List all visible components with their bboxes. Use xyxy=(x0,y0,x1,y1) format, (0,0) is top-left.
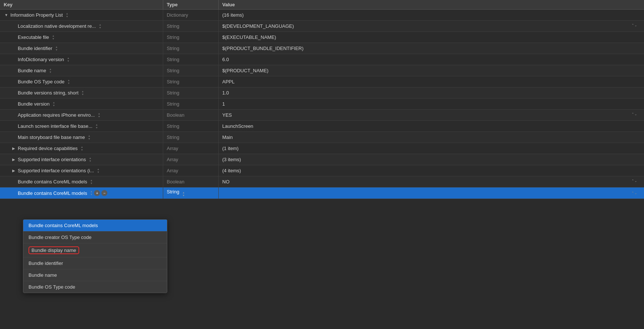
table-header: Key Type Value xyxy=(0,0,644,10)
key-stepper-icon[interactable]: ▲▼ xyxy=(88,134,90,140)
row-type-text: Array xyxy=(167,168,178,173)
key-stepper-icon[interactable]: ▲▼ xyxy=(55,46,58,51)
key-stepper-icon[interactable]: ▲▼ xyxy=(67,57,70,63)
table-row[interactable]: ▶Supported interface orientations (i...▲… xyxy=(0,165,644,176)
disclosure-arrow-icon[interactable]: ▶ xyxy=(11,157,16,162)
row-type-text: String xyxy=(167,189,180,195)
dropdown-item[interactable]: Bundle identifier xyxy=(23,257,167,269)
dropdown-item[interactable]: Bundle creator OS Type code xyxy=(23,232,167,243)
row-key-text: Supported interface orientations (i... xyxy=(18,168,94,173)
row-key-text: Information Property List xyxy=(10,12,63,18)
row-key-text: Bundle contains CoreML models xyxy=(18,190,87,196)
row-value-cell: (4 items) xyxy=(218,165,644,176)
dropdown-item[interactable]: Bundle OS Type code xyxy=(23,281,167,293)
table-row[interactable]: ▶Required device capabilities▲▼Array(1 i… xyxy=(0,143,644,154)
row-value-text: YES xyxy=(222,112,232,118)
row-type-cell: Array xyxy=(163,143,218,154)
row-key-text: Launch screen interface file base... xyxy=(18,123,93,129)
row-value-cell: NO⌃⌄ xyxy=(218,176,644,187)
row-key-cell: ▶Required device capabilities▲▼ xyxy=(0,143,163,154)
autocomplete-dropdown[interactable]: Bundle contains CoreML modelsBundle crea… xyxy=(23,219,167,293)
key-stepper-icon[interactable]: ▲▼ xyxy=(49,68,52,74)
key-stepper-icon[interactable]: ▲▼ xyxy=(81,90,84,96)
row-value-text: 1 xyxy=(222,101,225,107)
row-key-text: Executable file xyxy=(18,34,49,40)
row-type-cell: String▲▼ xyxy=(163,187,218,199)
add-row-button[interactable]: + xyxy=(94,190,100,196)
key-stepper-icon[interactable]: ▲▼ xyxy=(90,179,93,185)
row-value-text: (16 items) xyxy=(222,12,244,18)
table-row[interactable]: Bundle OS Type code▲▼StringAPPL xyxy=(0,76,644,87)
dropdown-item[interactable]: Bundle contains CoreML models xyxy=(23,220,167,232)
row-value-text: NO xyxy=(222,179,230,185)
table-row[interactable]: Bundle name▲▼String$(PRODUCT_NAME) xyxy=(0,65,644,76)
row-type-cell: String xyxy=(163,121,218,132)
table-row[interactable]: Bundle contains CoreML models▲▼+−String▲… xyxy=(0,187,644,199)
row-value-text: 1.0 xyxy=(222,90,229,96)
row-key-text: Bundle version xyxy=(18,101,50,107)
table-row[interactable]: ▶Supported interface orientations▲▼Array… xyxy=(0,154,644,165)
row-value-text: APPL xyxy=(222,79,235,84)
row-value-text: (1 item) xyxy=(222,146,239,151)
row-key-text: Bundle identifier xyxy=(18,46,52,51)
table-row[interactable]: Bundle versions string, short▲▼String1.0 xyxy=(0,87,644,99)
key-stepper-icon[interactable]: ▲▼ xyxy=(98,112,100,118)
row-type-cell: String xyxy=(163,32,218,43)
row-type-cell: String xyxy=(163,21,218,32)
row-type-cell: String xyxy=(163,65,218,76)
key-stepper-icon[interactable]: ▲▼ xyxy=(66,12,68,18)
table-row[interactable]: Application requires iPhone enviro...▲▼B… xyxy=(0,110,644,121)
plist-table: Key Type Value ▼Information Property Lis… xyxy=(0,0,644,199)
key-stepper-icon[interactable]: ▲▼ xyxy=(90,190,93,196)
row-value-cell: (3 items) xyxy=(218,154,644,165)
table-row[interactable]: ▼Information Property List▲▼Dictionary(1… xyxy=(0,10,644,21)
row-type-cell: String xyxy=(163,43,218,54)
remove-row-button[interactable]: − xyxy=(101,190,107,196)
row-value-text: (3 items) xyxy=(222,157,241,162)
key-stepper-icon[interactable]: ▲▼ xyxy=(95,123,98,129)
disclosure-arrow-icon[interactable]: ▼ xyxy=(4,13,9,18)
key-stepper-icon[interactable]: ▲▼ xyxy=(53,101,55,107)
type-stepper-icon[interactable]: ▲▼ xyxy=(182,191,185,197)
table-row[interactable]: Bundle version▲▼String1 xyxy=(0,99,644,110)
row-key-text: InfoDictionary version xyxy=(18,57,64,62)
header-type: Type xyxy=(163,0,218,10)
row-value-text: Main xyxy=(222,134,233,140)
table-row[interactable]: Bundle contains CoreML models▲▼BooleanNO… xyxy=(0,176,644,187)
table-row[interactable]: Localization native development re...▲▼S… xyxy=(0,21,644,32)
row-value-cell: $(EXECUTABLE_NAME) xyxy=(218,32,644,43)
row-value-cell: LaunchScreen xyxy=(218,121,644,132)
row-type-text: String xyxy=(167,79,180,84)
row-key-cell: Bundle OS Type code▲▼ xyxy=(0,76,163,87)
row-type-cell: String xyxy=(163,87,218,99)
row-type-cell: Array xyxy=(163,165,218,176)
row-key-cell: ▼Information Property List▲▼ xyxy=(0,10,163,21)
row-type-text: String xyxy=(167,57,180,62)
table-row[interactable]: Executable file▲▼String$(EXECUTABLE_NAME… xyxy=(0,32,644,43)
key-stepper-icon[interactable]: ▲▼ xyxy=(67,79,70,85)
key-stepper-icon[interactable]: ▲▼ xyxy=(81,146,83,152)
row-type-cell: String xyxy=(163,76,218,87)
row-value-text: (4 items) xyxy=(222,168,241,173)
key-stepper-icon[interactable]: ▲▼ xyxy=(52,34,55,40)
table-row[interactable]: InfoDictionary version▲▼String6.0 xyxy=(0,54,644,65)
row-value-cell: (16 items) xyxy=(218,10,644,21)
disclosure-arrow-icon[interactable]: ▶ xyxy=(11,146,16,151)
row-key-cell: Bundle version▲▼ xyxy=(0,99,163,110)
key-stepper-icon[interactable]: ▲▼ xyxy=(89,157,91,163)
disclosure-arrow-icon[interactable]: ▶ xyxy=(11,168,16,173)
key-stepper-icon[interactable]: ▲▼ xyxy=(97,168,100,174)
row-key-text: Localization native development re... xyxy=(18,23,96,29)
table-row[interactable]: Launch screen interface file base...▲▼St… xyxy=(0,121,644,132)
table-row[interactable]: Bundle identifier▲▼String$(PRODUCT_BUNDL… xyxy=(0,43,644,54)
key-stepper-icon[interactable]: ▲▼ xyxy=(99,23,101,29)
dropdown-item[interactable]: Bundle display name xyxy=(23,243,167,257)
row-key-cell: Bundle name▲▼ xyxy=(0,65,163,76)
dropdown-item[interactable]: Bundle name xyxy=(23,269,167,281)
table-row[interactable]: Main storyboard file base name▲▼StringMa… xyxy=(0,132,644,143)
row-key-text: Bundle OS Type code xyxy=(18,79,64,84)
row-type-text: Boolean xyxy=(167,179,185,185)
row-type-text: Boolean xyxy=(167,112,185,118)
row-value-cell: Main xyxy=(218,132,644,143)
row-value-cell: $(PRODUCT_BUNDLE_IDENTIFIER) xyxy=(218,43,644,54)
